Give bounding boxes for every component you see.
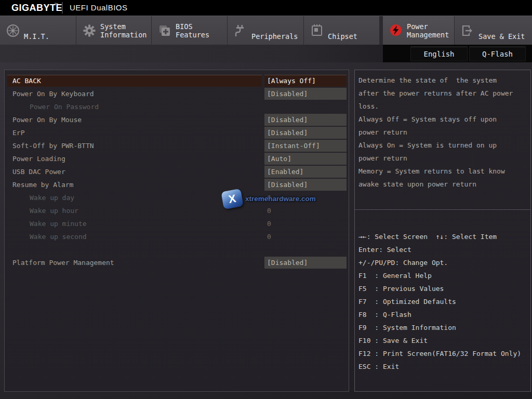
setting-row-wake-up-minute: Wake up minute 0: [5, 217, 349, 230]
setting-row-power-on-password: Power On Password: [5, 100, 349, 113]
tab-save-exit[interactable]: Save & Exit: [455, 16, 532, 45]
fan-icon: [6, 24, 20, 37]
tab-bar: M.I.T.: [0, 16, 532, 45]
tab-label: BIOSFeatures: [176, 21, 209, 41]
setting-value[interactable]: [Disabled]: [264, 127, 347, 139]
setting-value: 0: [264, 231, 347, 243]
setting-row-wake-up-second: Wake up second 0: [5, 230, 349, 243]
tab-system-information[interactable]: SystemInformation: [76, 16, 151, 45]
top-bar: GIGABYTE ™ UEFI DualBIOS: [0, 0, 532, 16]
setting-value: 0: [264, 218, 347, 230]
setting-value[interactable]: [Disabled]: [264, 179, 347, 191]
setting-value[interactable]: [Disabled]: [264, 257, 347, 269]
setting-value[interactable]: [Auto]: [264, 153, 347, 165]
setting-row-power-loading[interactable]: Power Loading [Auto]: [5, 152, 349, 165]
setting-value: 0: [264, 205, 347, 217]
setting-value[interactable]: [Instant-Off]: [264, 140, 347, 152]
tab-label: SystemInformation: [100, 21, 147, 41]
setting-row-wake-up-day: Wake up day 0: [5, 191, 349, 204]
tab-label: M.I.T.: [24, 21, 49, 41]
bios-screen: GIGABYTE ™ UEFI DualBIOS M.I.T.: [0, 0, 532, 399]
chip-plus-icon: [158, 24, 171, 37]
setting-value[interactable]: [Always Off]: [264, 75, 347, 87]
help-panel: Determine the state of the system after …: [354, 70, 531, 392]
setting-row-ac-back[interactable]: AC BACK [Always Off]: [5, 74, 349, 87]
setting-row-erp[interactable]: ErP [Disabled]: [5, 126, 349, 139]
setting-row-platform-power-management[interactable]: Platform Power Management [Disabled]: [5, 256, 349, 269]
chipset-icon: [310, 24, 324, 37]
tab-bios-features[interactable]: BIOSFeatures: [152, 16, 227, 45]
language-button[interactable]: English: [410, 46, 468, 61]
tab-label: Chipset: [328, 21, 357, 41]
tab-chipset[interactable]: Chipset: [304, 16, 379, 45]
settings-panel: AC BACK [Always Off] Power On By Keyboar…: [4, 70, 349, 392]
key-legend: →←: Select Screen ↑↓: Select Item Enter:…: [355, 230, 530, 373]
tab-power-management[interactable]: PowerManagement: [383, 16, 454, 45]
setting-row-wake-up-hour: Wake up hour 0: [5, 204, 349, 217]
trademark-symbol: ™: [54, 2, 58, 7]
setting-row-power-on-mouse[interactable]: Power On By Mouse [Disabled]: [5, 113, 349, 126]
tab-label: PowerManagement: [407, 21, 449, 41]
tab-label: Peripherals: [251, 21, 298, 41]
setting-value[interactable]: [Disabled]: [264, 88, 347, 100]
tab-peripherals[interactable]: Peripherals: [228, 16, 303, 45]
product-title: UEFI DualBIOS: [70, 3, 128, 12]
setting-row-resume-by-alarm[interactable]: Resume by Alarm [Disabled]: [5, 178, 349, 191]
tab-mit[interactable]: M.I.T.: [0, 16, 76, 45]
tab-label: Save & Exit: [478, 21, 525, 41]
panel-divider: [355, 209, 530, 210]
row-spacer: [5, 243, 349, 256]
divider: [62, 2, 63, 14]
qflash-button[interactable]: Q-Flash: [469, 46, 526, 61]
usb-plug-icon: [234, 24, 247, 37]
power-bolt-icon: [389, 24, 403, 37]
setting-value: 0: [264, 192, 347, 204]
gear-icon: [83, 24, 96, 37]
help-text: Determine the state of the system after …: [355, 74, 530, 191]
setting-row-usb-dac-power[interactable]: USB DAC Power [Enabled]: [5, 165, 349, 178]
setting-row-soft-off[interactable]: Soft-Off by PWR-BTTN [Instant-Off]: [5, 139, 349, 152]
setting-value[interactable]: [Disabled]: [264, 114, 347, 126]
setting-row-power-on-keyboard[interactable]: Power On By Keyboard [Disabled]: [5, 87, 349, 100]
exit-door-icon: [461, 24, 474, 37]
setting-value[interactable]: [Enabled]: [264, 166, 347, 178]
